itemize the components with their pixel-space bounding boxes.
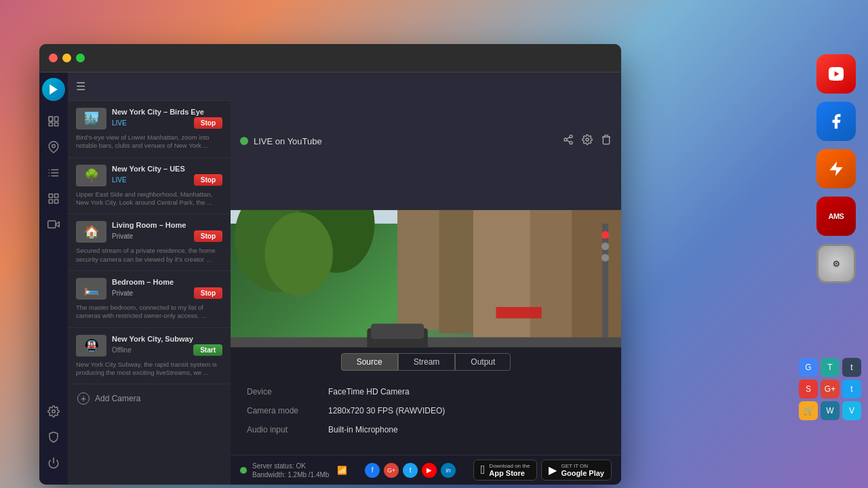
nav-power-button[interactable] [43,452,64,474]
social-google[interactable]: G+ [384,463,399,478]
device-row: Device FaceTime HD Camera [247,387,605,396]
window-maximize-button[interactable] [76,54,85,62]
social-youtube[interactable]: ▶ [422,463,437,478]
camera-item-0[interactable]: 🏙️ New York City – Birds Eye LIVE Stop B… [68,101,231,158]
device-value: FaceTime HD Camera [328,387,410,396]
camera-stop-button-2[interactable]: Stop [194,230,222,242]
add-camera-icon: + [77,392,90,405]
window-minimize-button[interactable] [62,54,71,62]
social-facebook[interactable]: f [365,463,380,478]
footer-left: Server status: OK Bandwidth: 1.2Mb /1.4M… [240,462,347,479]
server-status-line1: Server status: OK [252,462,329,470]
camera-name-3: Bedroom – Home [112,278,222,286]
nav-icon-video[interactable] [43,214,64,235]
tab-bar: Source Stream Output [231,347,621,376]
video-preview [231,210,621,347]
settings-icon[interactable] [582,134,593,148]
camera-mode-value: 868x488 30 FPS (RAWVIDEO) [328,406,445,415]
camera-item-3[interactable]: 🛏️ Bedroom – Home Private Stop The maste… [68,271,231,328]
small-icon-t[interactable]: T [821,358,840,377]
desktop-icon-s5[interactable]: ⊙ [816,244,856,283]
camera-desc-4: New York City Subway, the rapid transit … [76,361,222,378]
social-twitter[interactable]: t [403,463,418,478]
camera-item-1[interactable]: 🌳 New York City – UES LIVE Stop Upper Ea… [68,158,231,215]
desktop-icon-ams[interactable]: AMS [816,197,856,236]
app-content: ☰ 🏙️ New York City – Birds Eye LIVE Stop [39,73,621,485]
window-close-button[interactable] [49,54,58,62]
nav-icon-list[interactable] [43,162,64,184]
tab-stream[interactable]: Stream [398,353,456,371]
desktop-icon-facebook[interactable] [816,102,856,141]
share-icon[interactable] [563,134,574,148]
svg-point-3 [52,144,56,148]
svg-rect-13 [55,200,58,203]
top-status-bar: LIVE on YouTube [231,73,621,210]
camera-thumb-0: 🏙️ [76,108,106,129]
tab-source[interactable]: Source [341,353,398,371]
server-status-dot [240,467,247,474]
svg-point-16 [52,410,56,413]
footer-right:  Download on the App Store ▶ GET IT ON … [473,460,612,481]
svg-rect-15 [48,221,56,228]
nav-icon-grid[interactable] [43,188,64,209]
small-icon-store[interactable]: 🛒 [799,401,818,420]
svg-marker-0 [829,161,843,176]
small-icon-wp[interactable]: W [821,401,840,420]
googleplay-badge[interactable]: ▶ GET IT ON Google Play [541,460,612,481]
svg-point-42 [601,254,609,262]
app-window: ☰ 🏙️ New York City – Birds Eye LIVE Stop [39,44,621,485]
nav-icon-book[interactable] [43,110,64,132]
main-content: LIVE on YouTube [231,73,621,485]
server-status-text: Server status: OK Bandwidth: 1.2Mb /1.4M… [252,462,329,479]
svg-rect-39 [602,224,608,338]
tab-output[interactable]: Output [455,353,511,371]
svg-line-21 [567,140,570,142]
nav-icon-medical[interactable] [43,426,64,448]
small-icon-v[interactable]: V [842,401,861,420]
camera-item-2[interactable]: 🏠 Living Room – Home Private Stop Secure… [68,214,231,271]
appstore-badge[interactable]:  Download on the App Store [473,460,538,481]
device-label: Device [247,387,328,396]
live-dot [240,137,248,145]
camera-mode-row: Camera mode 868x488 30 FPS (RAWVIDEO) [247,406,605,415]
nav-logo[interactable] [42,78,65,101]
small-icon-s[interactable]: S [799,380,818,399]
nav-icon-location[interactable] [43,136,64,158]
footer: Server status: OK Bandwidth: 1.2Mb /1.4M… [231,455,621,485]
nav-icon-settings[interactable] [43,401,64,422]
trash-icon[interactable] [601,134,612,148]
small-icon-g2[interactable]: G+ [821,380,840,399]
appstore-icon:  [481,463,486,477]
appstore-sub: Download on the [489,463,530,469]
bandwidth-icon: 📶 [337,466,347,475]
social-linkedin[interactable]: in [441,463,456,478]
googleplay-icon: ▶ [549,464,557,476]
svg-point-19 [564,138,567,141]
small-icon-g[interactable]: G [799,358,818,377]
camera-thumb-1: 🌳 [76,165,106,186]
camera-thumb-4: 🚇 [76,335,106,357]
camera-status-0: LIVE [112,119,127,127]
hamburger-icon[interactable]: ☰ [76,80,85,93]
svg-rect-28 [530,210,576,341]
camera-status-2: Private [112,232,133,240]
add-camera-label: Add Camera [95,394,140,403]
camera-start-button-4[interactable]: Start [193,344,222,356]
svg-rect-2 [49,117,52,121]
footer-social: f G+ t ▶ in [365,463,456,478]
add-camera-button[interactable]: + Add Camera [68,384,231,413]
camera-name-1: New York City – UES [112,165,222,173]
desktop-icon-youtube[interactable] [816,54,856,94]
camera-stop-button-0[interactable]: Stop [194,117,222,129]
camera-name-2: Living Room – Home [112,221,222,229]
window-buttons [49,54,85,62]
camera-stop-button-3[interactable]: Stop [194,287,222,299]
camera-stop-button-1[interactable]: Stop [194,174,222,186]
svg-rect-43 [496,307,541,319]
small-icon-twitter[interactable]: t [842,380,861,399]
server-bandwidth: Bandwidth: 1.2Mb /1.4Mb [252,470,329,479]
desktop-icon-lightning[interactable] [816,149,856,188]
small-icon-tumblr[interactable]: t [842,358,861,377]
camera-item-4[interactable]: 🚇 New York City, Subway Offline Start Ne… [68,328,231,385]
svg-rect-26 [439,210,477,333]
